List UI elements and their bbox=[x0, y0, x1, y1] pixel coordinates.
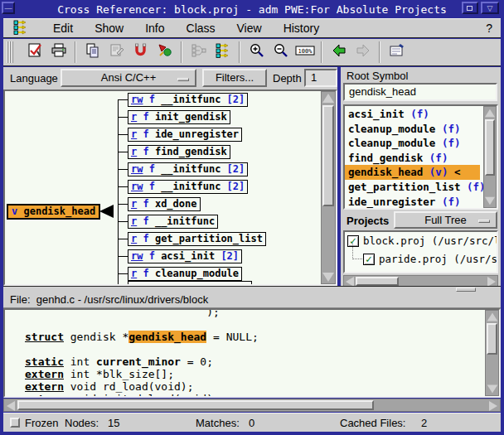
graph-edge-line bbox=[118, 117, 128, 118]
forward-icon bbox=[355, 42, 371, 62]
zoom-out-button[interactable] bbox=[269, 41, 292, 64]
project-item-paride-proj[interactable]: ✓paride.proj (/usr/src bbox=[345, 250, 497, 268]
tree-node-acsi-init[interactable]: rw f acsi_init [2] bbox=[128, 249, 242, 263]
project-item-block-proj[interactable]: ✓block.proj (/usr/src/lin bbox=[345, 232, 497, 250]
code-line: ); bbox=[25, 308, 482, 318]
tree-node-get-partition-list[interactable]: r f get_partition_list bbox=[128, 232, 266, 246]
graph-edge-line bbox=[118, 186, 128, 187]
graph-edge-line bbox=[118, 134, 128, 135]
window-menu-button[interactable]: — bbox=[2, 2, 15, 14]
help-menu[interactable]: ? bbox=[486, 22, 492, 35]
menu-item-view[interactable]: View bbox=[237, 22, 262, 35]
projects-tree: ✓block.proj (/usr/src/lin✓paride.proj (/… bbox=[343, 230, 498, 273]
menu-item-class[interactable]: Class bbox=[187, 22, 216, 35]
scroll-down-icon[interactable] bbox=[487, 385, 498, 394]
tree-node---initfunc[interactable]: rw f __initfunc [2] bbox=[128, 93, 248, 107]
frozen-checkbox[interactable] bbox=[10, 418, 20, 428]
menu-item-show[interactable]: Show bbox=[94, 22, 124, 35]
matches-label: Matches: bbox=[196, 417, 240, 429]
toolbar: 100% bbox=[3, 39, 501, 66]
tree-node-find-gendisk[interactable]: r f find_gendisk bbox=[128, 145, 230, 159]
zoom-in-icon bbox=[249, 42, 265, 62]
titlebar[interactable]: Cross Referencer: block.proj - adm PWE:F… bbox=[3, 2, 501, 17]
tree-node-cleanup-module[interactable]: r f cleanup_module bbox=[128, 267, 242, 281]
symbol-item-get-partition-list[interactable]: get_partition_list (f) bbox=[345, 180, 483, 195]
symbol-item-acsi-init[interactable]: acsi_init (f) bbox=[345, 107, 483, 122]
toolbar-separator bbox=[321, 41, 322, 63]
code-hscroll-thumb[interactable] bbox=[17, 400, 374, 410]
graph-vertical-scrollbar[interactable] bbox=[321, 91, 336, 284]
cached-files-value: 2 bbox=[421, 417, 427, 429]
paint-button[interactable] bbox=[153, 41, 176, 64]
menu-item-info[interactable]: Info bbox=[145, 22, 164, 35]
graph-edge-line bbox=[118, 273, 128, 274]
scroll-right-icon[interactable] bbox=[489, 401, 497, 411]
tree-node-ide-unregister[interactable]: r f ide_unregister bbox=[128, 128, 242, 142]
check-note-button[interactable] bbox=[23, 41, 46, 64]
file-label: File: bbox=[10, 293, 31, 306]
magnet-icon bbox=[133, 42, 149, 62]
graph-root-node[interactable]: v gendisk_head bbox=[7, 204, 100, 220]
scroll-left-icon[interactable] bbox=[7, 401, 15, 411]
file-path: genhd.c - /usr/src/linux/drivers/block bbox=[36, 293, 208, 306]
symbol-item-cleanup-module[interactable]: cleanup_module (f) bbox=[345, 136, 483, 151]
window-shade-button[interactable]: ▽ bbox=[481, 2, 499, 14]
graph-menu-button[interactable] bbox=[11, 20, 31, 36]
scroll-up-icon[interactable] bbox=[485, 109, 495, 117]
root-arrow-icon bbox=[99, 205, 114, 218]
language-value: Ansi C/C++ bbox=[101, 71, 156, 84]
tree-node---initfunc[interactable]: rw f __initfunc [2] bbox=[128, 180, 248, 194]
symbol-item-gendisk-head[interactable]: gendisk_head (v) < bbox=[345, 165, 480, 180]
scroll-down-icon[interactable] bbox=[485, 197, 495, 205]
magnet-button[interactable] bbox=[129, 41, 152, 64]
tree-node---initfunc[interactable]: rw f __initfunc [2] bbox=[128, 162, 248, 176]
symbol-item-cleanup-module[interactable]: cleanup_module (f) bbox=[345, 122, 483, 137]
cross-reference-graph[interactable]: rw f __initfunc [2]r f init_gendiskr f i… bbox=[3, 89, 337, 286]
chevron-down-icon: ▽ bbox=[487, 4, 493, 12]
tree-connector-line bbox=[352, 244, 362, 259]
zoom-in-button[interactable] bbox=[245, 41, 268, 64]
symbol-item-find-gendisk[interactable]: find_gendisk (f) bbox=[345, 151, 483, 166]
symbol-list-scrollbar[interactable] bbox=[483, 106, 497, 208]
tree-node-xd-done[interactable]: r f xd_done bbox=[128, 197, 201, 211]
depth-field[interactable]: 1 bbox=[304, 69, 337, 87]
tree-node---initfunc[interactable]: r f __initfunc bbox=[128, 215, 218, 229]
toolbar-grip[interactable] bbox=[7, 41, 14, 63]
project-checkbox[interactable]: ✓ bbox=[363, 254, 375, 265]
graph-edge-line bbox=[118, 152, 128, 152]
projects-view-dropdown[interactable]: Full Tree bbox=[394, 211, 497, 229]
file-header: File: genhd.c - /usr/src/linux/drivers/b… bbox=[3, 292, 501, 308]
language-dropdown[interactable]: Ansi C/C++ bbox=[61, 69, 196, 87]
root-symbol-field[interactable]: gendisk_head bbox=[343, 83, 497, 101]
code-vscroll-thumb[interactable] bbox=[487, 323, 497, 355]
source-code-view[interactable]: ); struct gendisk *gendisk_head = NULL; … bbox=[3, 308, 501, 398]
graph-vscroll-thumb[interactable] bbox=[322, 105, 334, 206]
graph-tree-button[interactable] bbox=[211, 41, 234, 64]
properties-button[interactable] bbox=[385, 41, 408, 64]
code-lines: ); struct gendisk *gendisk_head = NULL; … bbox=[25, 308, 482, 398]
code-horizontal-scrollbar[interactable] bbox=[3, 399, 501, 412]
check-note-icon bbox=[27, 42, 43, 62]
symbol-list: acsi_init (f)cleanup_module (f)cleanup_m… bbox=[343, 104, 498, 210]
symbol-scroll-thumb[interactable] bbox=[485, 119, 495, 176]
menu-item-history[interactable]: History bbox=[284, 22, 320, 35]
back-button[interactable] bbox=[327, 41, 350, 64]
scroll-up-icon[interactable] bbox=[322, 94, 334, 103]
maximize-button[interactable] bbox=[462, 2, 478, 14]
edit-document-button bbox=[105, 41, 128, 64]
scroll-down-icon[interactable] bbox=[322, 273, 334, 282]
statusbar: Frozen Nodes: 15 Matches: 0 Cached Files… bbox=[3, 413, 501, 432]
projects-hscroll-thumb[interactable] bbox=[356, 277, 399, 286]
symbol-item-ide-unregister[interactable]: ide_unregister (f) bbox=[345, 195, 483, 210]
menu-item-edit[interactable]: Edit bbox=[53, 22, 73, 35]
tree-node-init-gendisk[interactable]: r f init_gendisk bbox=[128, 110, 230, 124]
tree-node-partial[interactable] bbox=[128, 281, 252, 284]
printer-button[interactable] bbox=[47, 41, 70, 64]
zoom-100-button[interactable]: 100% bbox=[293, 41, 316, 64]
scroll-up-icon[interactable] bbox=[487, 313, 498, 321]
copy-button[interactable] bbox=[81, 41, 104, 64]
code-line bbox=[25, 318, 482, 331]
code-line: extern void rd_load(void); bbox=[25, 380, 482, 393]
code-vertical-scrollbar[interactable] bbox=[485, 310, 499, 396]
filters-button[interactable]: Filters... bbox=[202, 69, 267, 87]
